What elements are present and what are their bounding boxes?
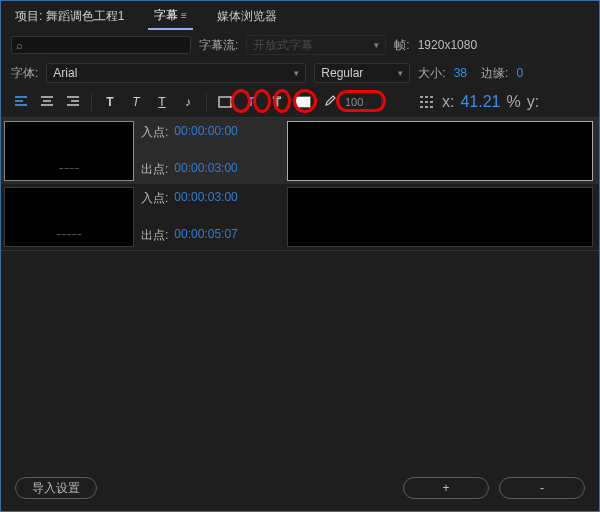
text-fill-button[interactable]: T <box>241 92 261 112</box>
tab-project[interactable]: 项目: 舞蹈调色工程1 <box>9 4 130 29</box>
text-outline-button[interactable]: T <box>267 92 287 112</box>
import-settings-button[interactable]: 导入设置 <box>15 477 97 499</box>
font-style-dropdown[interactable]: Regular ▾ <box>314 63 410 83</box>
caption-toolbar: T T T ♪ T T 100 x: 41.21 % y: <box>1 87 599 117</box>
remove-caption-button[interactable]: - <box>499 477 585 499</box>
caption-row[interactable]: — — — — — 入点:00:00:03:00 出点:00:00:05:07 <box>1 184 599 250</box>
bg-box-button[interactable] <box>215 92 235 112</box>
out-timecode[interactable]: 00:00:03:00 <box>174 161 237 178</box>
font-family-dropdown[interactable]: Arial ▾ <box>46 63 306 83</box>
x-value[interactable]: 41.21 <box>460 93 500 111</box>
edge-value[interactable]: 0 <box>516 66 523 80</box>
add-caption-button[interactable]: + <box>403 477 489 499</box>
in-label: 入点: <box>141 124 168 141</box>
caption-row[interactable]: — — — — 入点:00:00:00:00 出点:00:00:03:00 <box>1 118 599 184</box>
separator <box>206 93 207 111</box>
font-label: 字体: <box>11 65 38 82</box>
x-label: x: <box>442 93 454 111</box>
row-stream: ⌕ 字幕流: 开放式字幕 ▾ 帧: 1920x1080 <box>1 31 599 59</box>
color-swatch-button[interactable] <box>293 92 313 112</box>
stream-label: 字幕流: <box>199 37 238 54</box>
bold-button[interactable]: T <box>100 92 120 112</box>
italic-button[interactable]: T <box>126 92 146 112</box>
in-timecode[interactable]: 00:00:03:00 <box>174 190 237 207</box>
edge-label: 边缘: <box>481 65 508 82</box>
out-label: 出点: <box>141 227 168 244</box>
caption-times: 入点:00:00:00:00 出点:00:00:03:00 <box>137 118 287 184</box>
search-input[interactable]: ⌕ <box>11 36 191 54</box>
tab-captions[interactable]: 字幕 <box>148 3 193 30</box>
align-right-button[interactable] <box>63 92 83 112</box>
svg-rect-0 <box>219 97 231 107</box>
chevron-down-icon: ▾ <box>374 40 379 50</box>
font-family-value: Arial <box>53 66 77 80</box>
opacity-value[interactable]: 100 <box>345 96 373 108</box>
caption-text-preview[interactable] <box>287 187 593 247</box>
pct-label: % <box>507 93 521 111</box>
size-label: 大小: <box>418 65 445 82</box>
align-center-button[interactable] <box>37 92 57 112</box>
align-left-button[interactable] <box>11 92 31 112</box>
music-note-button[interactable]: ♪ <box>178 92 198 112</box>
out-label: 出点: <box>141 161 168 178</box>
stream-value: 开放式字幕 <box>253 37 313 54</box>
separator <box>91 93 92 111</box>
eyedropper-button[interactable] <box>319 92 339 112</box>
color-swatch <box>295 96 311 108</box>
alignment-grid-button[interactable] <box>416 92 436 112</box>
caption-text-preview[interactable] <box>287 121 593 181</box>
caption-times: 入点:00:00:03:00 出点:00:00:05:07 <box>137 184 287 250</box>
panel-tabs: 项目: 舞蹈调色工程1 字幕 媒体浏览器 <box>1 1 599 31</box>
size-value[interactable]: 38 <box>454 66 467 80</box>
chevron-down-icon: ▾ <box>398 68 403 78</box>
out-timecode[interactable]: 00:00:05:07 <box>174 227 237 244</box>
row-font: 字体: Arial ▾ Regular ▾ 大小: 38 边缘: 0 <box>1 59 599 87</box>
caption-thumbnail[interactable]: — — — — <box>4 121 134 181</box>
chevron-down-icon: ▾ <box>294 68 299 78</box>
in-timecode[interactable]: 00:00:00:00 <box>174 124 237 141</box>
caption-list: — — — — 入点:00:00:00:00 出点:00:00:03:00 — … <box>1 117 599 251</box>
separator <box>381 93 382 111</box>
y-label: y: <box>527 93 539 111</box>
caption-thumbnail[interactable]: — — — — — <box>4 187 134 247</box>
footer-bar: 导入设置 + - <box>1 477 599 499</box>
stream-dropdown[interactable]: 开放式字幕 ▾ <box>246 35 386 55</box>
underline-button[interactable]: T <box>152 92 172 112</box>
frame-value: 1920x1080 <box>418 38 477 52</box>
font-style-value: Regular <box>321 66 363 80</box>
in-label: 入点: <box>141 190 168 207</box>
frame-label: 帧: <box>394 37 409 54</box>
tab-media-browser[interactable]: 媒体浏览器 <box>211 4 283 29</box>
search-icon: ⌕ <box>16 39 23 51</box>
